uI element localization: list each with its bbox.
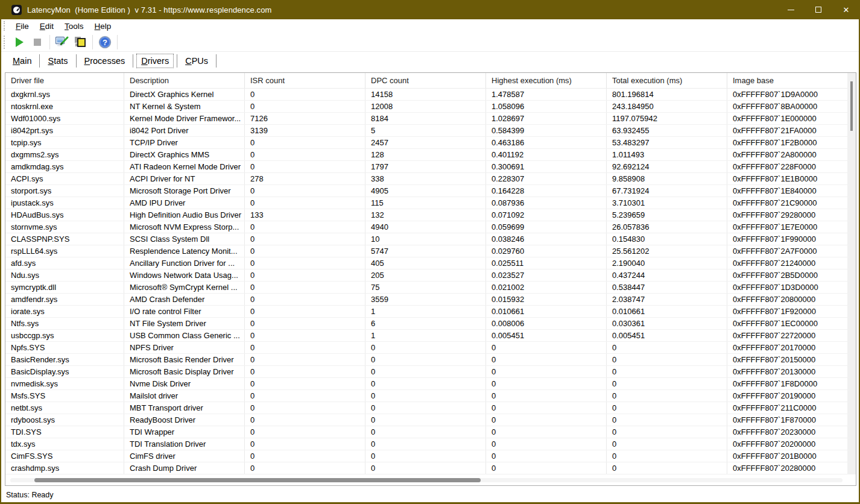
table-row[interactable]: nvmedisk.sysNvme Disk Driver00000xFFFFF8… xyxy=(5,378,847,390)
table-cell-isr-count: 0 xyxy=(245,101,365,112)
table-row[interactable]: tdx.sysTDI Translation Driver00000xFFFFF… xyxy=(5,438,847,450)
table-row[interactable]: Msfs.SYSMailslot driver00000xFFFFF807`20… xyxy=(5,390,847,402)
table-cell-description: DirectX Graphics MMS xyxy=(124,149,245,160)
close-button[interactable]: ✕ xyxy=(832,0,860,19)
table-row[interactable]: stornvme.sysMicrosoft NVM Express Storp.… xyxy=(5,221,847,233)
table-cell-highest-execution-ms: 0.008006 xyxy=(486,318,607,329)
table-cell-image-base: 0xFFFFF807`20230000 xyxy=(727,426,847,438)
table-row[interactable]: amdfendr.sysAMD Crash Defender035590.015… xyxy=(5,294,847,306)
menu-help[interactable]: Help xyxy=(89,21,117,31)
horizontal-scrollbar-track[interactable] xyxy=(10,478,843,482)
table-cell-isr-count: 3139 xyxy=(245,125,365,136)
menubar-gripper[interactable] xyxy=(4,21,5,31)
menu-file[interactable]: File xyxy=(10,21,34,31)
table-cell-driver-file: symcryptk.dll xyxy=(5,282,124,293)
toolbar-gripper[interactable] xyxy=(4,36,5,49)
table-cell-isr-count: 0 xyxy=(245,306,365,317)
column-header-highest-execution[interactable]: Highest execution (ms) xyxy=(486,73,607,88)
table-row[interactable]: CLASSPNP.SYSSCSI Class System Dll0100.03… xyxy=(5,233,847,245)
table-cell-highest-execution-ms: 0.164228 xyxy=(486,185,607,197)
table-cell-isr-count: 0 xyxy=(245,438,365,450)
stop-monitor-button[interactable] xyxy=(28,34,46,50)
maximize-button[interactable] xyxy=(805,0,832,19)
tab-stats[interactable]: Stats xyxy=(43,54,72,68)
table-row[interactable]: ntoskrnl.exeNT Kernel & System0120081.05… xyxy=(5,101,847,113)
vertical-scrollbar-thumb[interactable] xyxy=(850,81,853,131)
table-cell-highest-execution-ms: 0.005451 xyxy=(486,330,607,341)
table-cell-isr-count: 0 xyxy=(245,197,365,209)
table-row[interactable]: CimFS.SYSCimFS driver00000xFFFFF807`201B… xyxy=(5,450,847,462)
table-cell-description: NPFS Driver xyxy=(124,342,245,353)
table-cell-dpc-count: 338 xyxy=(365,173,486,184)
table-cell-dpc-count: 0 xyxy=(365,450,486,462)
table-row[interactable]: Ndu.sysWindows Network Data Usag...02050… xyxy=(5,269,847,282)
table-row[interactable]: BasicDisplay.sysMicrosoft Basic Display … xyxy=(5,366,847,378)
table-row[interactable]: Wdf01000.sysKernel Mode Driver Framewor.… xyxy=(5,113,847,125)
table-row[interactable]: dxgmms2.sysDirectX Graphics MMS01280.401… xyxy=(5,149,847,161)
column-header-total-execution[interactable]: Total execution (ms) xyxy=(607,73,727,88)
table-row[interactable]: Ntfs.sysNT File System Driver060.0080060… xyxy=(5,318,847,330)
table-cell-driver-file: Ndu.sys xyxy=(5,269,124,281)
tab-main[interactable]: Main xyxy=(8,54,36,68)
menu-edit[interactable]: Edit xyxy=(34,21,59,31)
tab-processes[interactable]: Processes xyxy=(80,54,130,68)
table-row[interactable]: dxgkrnl.sysDirectX Graphics Kernel014158… xyxy=(5,89,847,101)
table-cell-image-base: 0xFFFFF807`1E1B0000 xyxy=(727,173,847,184)
table-row[interactable]: BasicRender.sysMicrosoft Basic Render Dr… xyxy=(5,354,847,366)
table-cell-isr-count: 0 xyxy=(245,462,365,474)
table-cell-isr-count: 0 xyxy=(245,282,365,293)
table-cell-dpc-count: 2457 xyxy=(365,137,486,148)
table-cell-isr-count: 0 xyxy=(245,149,365,160)
table-row[interactable]: crashdmp.sysCrash Dump Driver00000xFFFFF… xyxy=(5,462,847,474)
table-row[interactable]: rdyboost.sysReadyBoost Driver00000xFFFFF… xyxy=(5,414,847,426)
table-row[interactable]: symcryptk.dllMicrosoft® SymCrypt Kernel … xyxy=(5,282,847,294)
column-header-isr-count[interactable]: ISR count xyxy=(245,73,365,88)
column-header-description[interactable]: Description xyxy=(124,73,245,88)
table-row[interactable]: usbccgp.sysUSB Common Class Generic ...0… xyxy=(5,330,847,342)
table-cell-total-execution-ms: 0 xyxy=(607,426,727,438)
table-row[interactable]: netbt.sysMBT Transport driver00000xFFFFF… xyxy=(5,402,847,414)
tab-separator xyxy=(133,54,133,68)
horizontal-scrollbar-thumb[interactable] xyxy=(34,478,481,482)
table-cell-description: TCP/IP Driver xyxy=(124,137,245,148)
table-row[interactable]: ipustack.sysAMD IPU Driver01150.0879363.… xyxy=(5,197,847,209)
vertical-scrollbar[interactable] xyxy=(847,73,856,474)
table-cell-highest-execution-ms: 0 xyxy=(486,342,607,353)
horizontal-scrollbar[interactable] xyxy=(5,474,847,485)
table-cell-image-base: 0xFFFFF807`2A7F0000 xyxy=(727,245,847,257)
table-cell-dpc-count: 1797 xyxy=(365,161,486,172)
table-cell-total-execution-ms: 2.038747 xyxy=(607,294,727,305)
table-cell-isr-count: 0 xyxy=(245,185,365,197)
table-cell-driver-file: usbccgp.sys xyxy=(5,330,124,341)
table-cell-image-base: 0xFFFFF807`21FA0000 xyxy=(727,125,847,136)
help-button[interactable]: ? xyxy=(96,34,114,50)
tab-drivers[interactable]: Drivers xyxy=(137,54,173,68)
table-row[interactable]: rspLLL64.sysResplendence Latency Monit..… xyxy=(5,245,847,257)
table-cell-driver-file: Wdf01000.sys xyxy=(5,113,124,124)
table-row[interactable]: iorate.sysI/O rate control Filter010.010… xyxy=(5,306,847,318)
table-row[interactable]: i8042prt.sysi8042 Port Driver313950.5843… xyxy=(5,125,847,137)
table-row[interactable]: afd.sysAncillary Function Driver for ...… xyxy=(5,257,847,269)
report-windows-button[interactable] xyxy=(71,34,89,50)
table-row[interactable]: Npfs.SYSNPFS Driver00000xFFFFF807`201700… xyxy=(5,342,847,354)
table-row[interactable]: tcpip.sysTCP/IP Driver024570.46318653.48… xyxy=(5,137,847,149)
table-row[interactable]: TDI.SYSTDI Wrapper00000xFFFFF807`2023000… xyxy=(5,426,847,438)
minimize-button[interactable] xyxy=(777,0,805,19)
table-row[interactable]: amdkmdag.sysATI Radeon Kernel Mode Drive… xyxy=(5,161,847,173)
options-button[interactable] xyxy=(53,34,71,50)
table-row[interactable]: ACPI.sysACPI Driver for NT2783380.228307… xyxy=(5,173,847,185)
table-cell-description: Microsoft Basic Render Driver xyxy=(124,354,245,365)
start-monitor-button[interactable] xyxy=(10,34,28,50)
table-row[interactable]: HDAudBus.sysHigh Definition Audio Bus Dr… xyxy=(5,209,847,221)
table-cell-image-base: 0xFFFFF807`1D9A0000 xyxy=(727,89,847,100)
table-cell-isr-count: 0 xyxy=(245,294,365,305)
tab-cpus[interactable]: CPUs xyxy=(181,54,212,68)
table-cell-description: Microsoft® SymCrypt Kernel ... xyxy=(124,282,245,293)
column-header-driver-file[interactable]: Driver file xyxy=(5,73,124,88)
column-header-dpc-count[interactable]: DPC count xyxy=(365,73,486,88)
table-row[interactable]: storport.sysMicrosoft Storage Port Drive… xyxy=(5,185,847,197)
table-cell-total-execution-ms: 0.005451 xyxy=(607,330,727,341)
menu-tools[interactable]: Tools xyxy=(59,21,89,31)
column-header-image-base[interactable]: Image base xyxy=(727,73,847,88)
table-cell-driver-file: Msfs.SYS xyxy=(5,390,124,402)
